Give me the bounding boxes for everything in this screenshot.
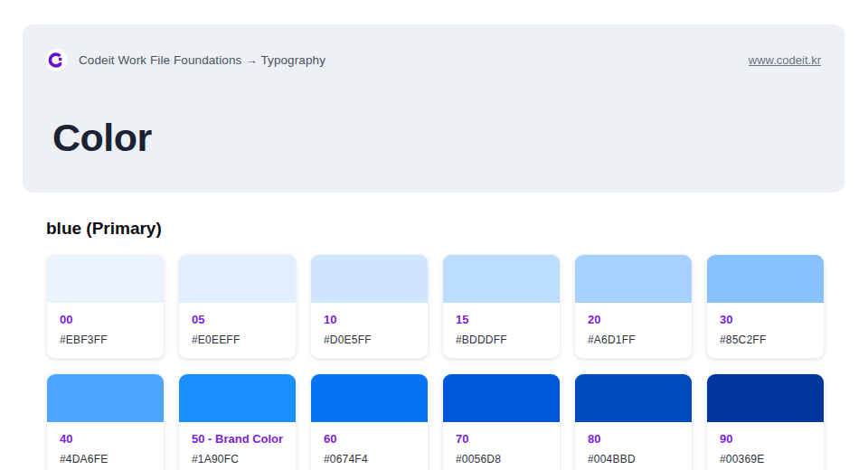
color-hex-value: #1A90FC (192, 453, 283, 465)
color-card-info: 70 #0056D8 (443, 422, 560, 470)
color-card-info: 90 #00369E (707, 422, 824, 470)
color-swatch (575, 255, 692, 303)
color-card: 15 #BDDDFF (442, 254, 561, 359)
color-hex-value: #D0E5FF (324, 334, 415, 346)
color-hex-value: #004BBD (588, 453, 679, 465)
color-swatch (707, 374, 824, 422)
color-card: 00 #EBF3FF (46, 254, 165, 359)
color-card: 10 #D0E5FF (310, 254, 429, 359)
color-card-info: 80 #004BBD (575, 422, 692, 470)
color-hex-value: #A6D1FF (588, 334, 679, 346)
color-card-info: 05 #E0EEFF (179, 303, 296, 358)
color-step-label: 80 (588, 432, 679, 446)
color-card-info: 10 #D0E5FF (311, 303, 428, 358)
color-step-label: 60 (324, 432, 415, 446)
section-title: blue (Primary) (46, 219, 825, 239)
color-hex-value: #00369E (720, 453, 811, 465)
color-card: 90 #00369E (706, 373, 825, 470)
color-hex-value: #4DA6FE (60, 453, 151, 465)
site-link[interactable]: www.codeit.kr (749, 53, 821, 67)
color-card-info: 15 #BDDDFF (443, 303, 560, 358)
color-card: 20 #A6D1FF (574, 254, 693, 359)
color-card: 05 #E0EEFF (178, 254, 297, 359)
color-step-label: 70 (456, 432, 547, 446)
color-hex-value: #0056D8 (456, 453, 547, 465)
color-swatch (707, 255, 824, 303)
color-step-label: 05 (192, 313, 283, 326)
palette-section: blue (Primary) 00 #EBF3FF 05 #E0EEFF (46, 219, 825, 470)
color-hex-value: #0674F4 (324, 453, 415, 465)
color-step-label: 50 - Brand Color (192, 432, 283, 446)
color-swatch (179, 374, 296, 422)
color-step-label: 00 (60, 313, 151, 326)
color-card-info: 40 #4DA6FE (47, 422, 164, 470)
color-step-label: 15 (456, 313, 547, 326)
header-band: Codeit Work File Foundations → Typograph… (23, 24, 844, 193)
color-card-info: 20 #A6D1FF (575, 303, 692, 358)
codeit-logo-glyph (48, 52, 65, 69)
color-step-label: 30 (720, 313, 811, 326)
codeit-logo-icon[interactable] (45, 49, 68, 71)
page-title: Color (52, 116, 152, 160)
color-swatch (179, 255, 296, 303)
color-hex-value: #EBF3FF (60, 334, 151, 346)
color-hex-value: #E0EEFF (192, 334, 283, 346)
color-card: 30 #85C2FF (706, 254, 825, 359)
color-card-info: 30 #85C2FF (707, 303, 824, 358)
color-hex-value: #85C2FF (720, 334, 811, 346)
color-card-info: 00 #EBF3FF (47, 303, 164, 358)
color-swatch (575, 374, 692, 422)
color-step-label: 40 (60, 432, 151, 446)
breadcrumb: Codeit Work File Foundations → Typograph… (79, 53, 326, 67)
color-step-label: 90 (720, 432, 811, 446)
color-card: 80 #004BBD (574, 373, 693, 470)
color-step-label: 10 (324, 313, 415, 326)
color-swatch (311, 255, 428, 303)
swatch-grid: 00 #EBF3FF 05 #E0EEFF 10 #D0E5FF (46, 254, 825, 470)
color-swatch (443, 255, 560, 303)
color-step-label: 20 (588, 313, 679, 326)
header-top-row: Codeit Work File Foundations → Typograph… (23, 24, 844, 71)
color-swatch (47, 255, 164, 303)
color-swatch (47, 374, 164, 422)
color-hex-value: #BDDDFF (456, 334, 547, 346)
color-card: 50 - Brand Color #1A90FC (178, 373, 297, 470)
color-swatch (443, 374, 560, 422)
color-card: 40 #4DA6FE (46, 373, 165, 470)
color-swatch (311, 374, 428, 422)
color-card: 70 #0056D8 (442, 373, 561, 470)
color-card-info: 60 #0674F4 (311, 422, 428, 470)
color-card-info: 50 - Brand Color #1A90FC (179, 422, 296, 470)
color-card: 60 #0674F4 (310, 373, 429, 470)
